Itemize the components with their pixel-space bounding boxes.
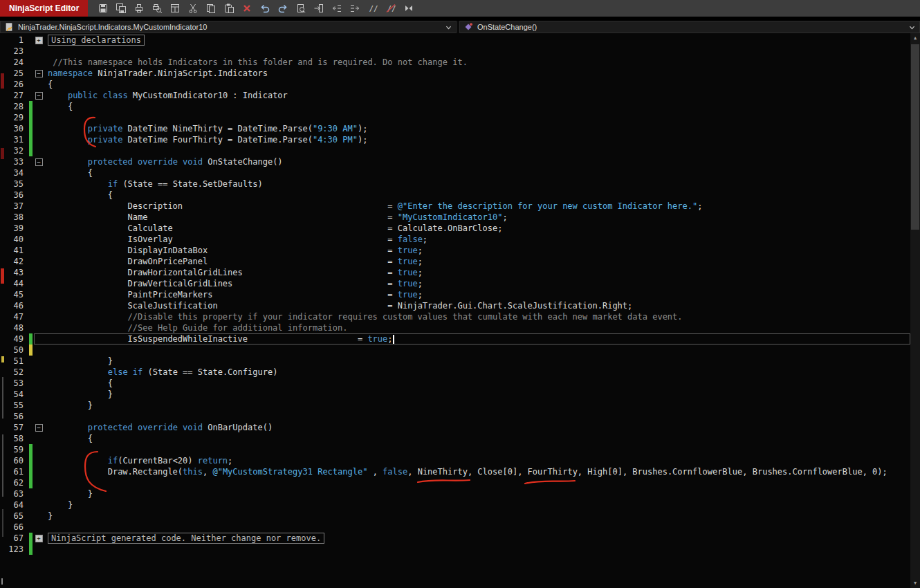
scroll-down-icon[interactable]: ▼	[910, 578, 920, 588]
uncomment-selection-icon[interactable]: //	[385, 3, 396, 14]
code-line-58[interactable]: 58 {	[0, 433, 910, 444]
paste-icon[interactable]	[223, 3, 234, 14]
vertical-scrollbar[interactable]: ▲ ▼	[910, 33, 920, 588]
collapse-region-icon[interactable]: −	[35, 158, 43, 166]
code-line-44[interactable]: 44 DrawVerticalGridLines = true;	[0, 278, 910, 289]
code-line-35[interactable]: 35 if (State == State.SetDefaults)	[0, 178, 910, 190]
code-line-33[interactable]: 33− protected override void OnStateChang…	[0, 156, 910, 167]
code-text: if(CurrentBar<20) return;	[44, 455, 232, 466]
code-line-57[interactable]: 57− protected override void OnBarUpdate(…	[0, 422, 910, 433]
line-number: 28	[0, 101, 28, 112]
line-number: 52	[0, 367, 28, 378]
change-tracking-bar-empty	[29, 400, 33, 411]
code-line-50[interactable]: 50	[0, 344, 910, 356]
redo-icon[interactable]	[277, 3, 288, 14]
code-line-29[interactable]: 29	[0, 112, 910, 123]
code-line-40[interactable]: 40 IsOverlay = false;	[0, 234, 910, 245]
code-line-59[interactable]: 59	[0, 444, 910, 455]
export-icon[interactable]	[169, 3, 181, 14]
delete-icon[interactable]	[241, 3, 252, 14]
method-icon	[463, 22, 473, 32]
undo-icon[interactable]	[259, 3, 270, 14]
code-line-67[interactable]: 67+NinjaScript generated code. Neither c…	[0, 533, 910, 544]
decrease-indent-icon[interactable]	[331, 3, 342, 14]
code-line-61[interactable]: 61 Draw.Rectangle(this, @"MyCustomStrate…	[0, 466, 910, 477]
save-icon[interactable]	[98, 3, 109, 14]
increase-indent-icon[interactable]	[349, 3, 360, 14]
code-line-53[interactable]: 53 {	[0, 378, 910, 389]
code-line-26[interactable]: 26{	[0, 79, 910, 90]
collapse-region-icon[interactable]: −	[35, 70, 43, 77]
code-line-63[interactable]: 63 }	[0, 488, 910, 499]
code-line-62[interactable]: 62	[0, 477, 910, 488]
change-tracking-bar-empty	[29, 499, 33, 511]
comment-selection-icon[interactable]: //	[367, 3, 378, 14]
collapsed-region-text[interactable]: Using declarations	[48, 35, 145, 46]
editor-tab[interactable]: NinjaScript Editor	[0, 0, 88, 17]
code-line-39[interactable]: 39 Calculate = Calculate.OnBarClose;	[0, 223, 910, 234]
code-line-48[interactable]: 48 //See Help Guide for additional infor…	[0, 322, 910, 333]
expand-region-icon[interactable]: +	[35, 535, 43, 542]
collapse-region-icon[interactable]: −	[35, 424, 43, 432]
code-line-42[interactable]: 42 DrawOnPricePanel = true;	[0, 256, 910, 267]
code-line-45[interactable]: 45 PaintPriceMarkers = true;	[0, 289, 910, 300]
code-line-47[interactable]: 47 //Disable this property if your indic…	[0, 311, 910, 322]
change-tracking-bar-empty	[29, 156, 33, 167]
line-number: 25	[0, 68, 28, 79]
code-line-60[interactable]: 60 if(CurrentBar<20) return;	[0, 455, 910, 466]
code-line-52[interactable]: 52 else if (State == State.Configure)	[0, 367, 910, 378]
code-line-123[interactable]: 123	[0, 544, 910, 555]
save-as-icon[interactable]	[116, 3, 127, 14]
collapsed-region-text[interactable]: NinjaScript generated code. Neither chan…	[48, 533, 324, 544]
code-line-64[interactable]: 64 }	[0, 499, 910, 511]
code-line-31[interactable]: 31 private DateTime FourThirty = DateTim…	[0, 134, 910, 145]
copy-icon[interactable]	[205, 3, 217, 14]
code-line-30[interactable]: 30 private DateTime NineThirty = DateTim…	[0, 123, 910, 134]
code-line-27[interactable]: 27− public class MyCustomIndicator10 : I…	[0, 90, 910, 101]
code-line-38[interactable]: 38 Name = "MyCustomIndicator10";	[0, 212, 910, 223]
scrollbar-thumb[interactable]	[911, 44, 919, 230]
code-line-51[interactable]: 51 }	[0, 356, 910, 367]
find-in-files-icon[interactable]	[295, 3, 306, 14]
code-line-46[interactable]: 46 ScaleJustification = NinjaTrader.Gui.…	[0, 300, 910, 311]
collapse-region-icon[interactable]: −	[35, 92, 43, 100]
code-line-55[interactable]: 55 }	[0, 400, 910, 411]
code-line-24[interactable]: 24 //This namespace holds Indicators in …	[0, 57, 910, 68]
svg-text://: //	[369, 4, 378, 13]
change-tracking-bar-empty	[29, 378, 33, 389]
code-line-54[interactable]: 54 }	[0, 389, 910, 400]
code-line-43[interactable]: 43 DrawHorizontalGridLines = true;	[0, 267, 910, 278]
line-number: 32	[0, 145, 28, 156]
code-line-37[interactable]: 37 Description = @"Enter the description…	[0, 201, 910, 212]
code-line-25[interactable]: 25−namespace NinjaTrader.NinjaScript.Ind…	[0, 68, 910, 79]
code-text	[44, 145, 48, 156]
code-editor[interactable]: 1+Using declarations2324 //This namespac…	[0, 33, 910, 588]
line-number: 48	[0, 322, 28, 333]
scroll-up-icon[interactable]: ▲	[910, 33, 920, 43]
change-tracking-bar	[29, 444, 33, 455]
code-line-28[interactable]: 28 {	[0, 101, 910, 112]
code-line-41[interactable]: 41 DisplayInDataBox = true;	[0, 245, 910, 256]
code-line-49[interactable]: 49 IsSuspendedWhileInactive = true;	[0, 333, 910, 344]
code-line-66[interactable]: 66	[0, 522, 910, 533]
code-line-23[interactable]: 23	[0, 46, 910, 57]
dock-edge-mark	[1, 578, 3, 585]
print-preview-icon[interactable]	[151, 3, 163, 14]
code-line-36[interactable]: 36 {	[0, 190, 910, 201]
code-text: IsSuspendedWhileInactive = true;	[44, 333, 394, 344]
code-line-65[interactable]: 65}	[0, 511, 910, 522]
cut-icon[interactable]	[187, 3, 199, 14]
expand-region-icon[interactable]: +	[35, 37, 43, 44]
code-line-1[interactable]: 1+Using declarations	[0, 35, 910, 46]
code-line-56[interactable]: 56	[0, 411, 910, 422]
member-selector-dropdown[interactable]: OnStateChange()	[459, 21, 920, 33]
code-line-32[interactable]: 32	[0, 145, 910, 156]
print-icon[interactable]	[134, 3, 145, 14]
line-number: 24	[0, 57, 28, 68]
compile-icon[interactable]	[403, 3, 414, 14]
code-line-34[interactable]: 34 {	[0, 167, 910, 178]
go-to-line-icon[interactable]	[313, 3, 324, 14]
type-selector-dropdown[interactable]: NinjaTrader.NinjaScript.Indicators.MyCus…	[0, 21, 457, 33]
change-tracking-bar	[29, 112, 33, 123]
change-tracking-bar-empty	[29, 322, 33, 333]
